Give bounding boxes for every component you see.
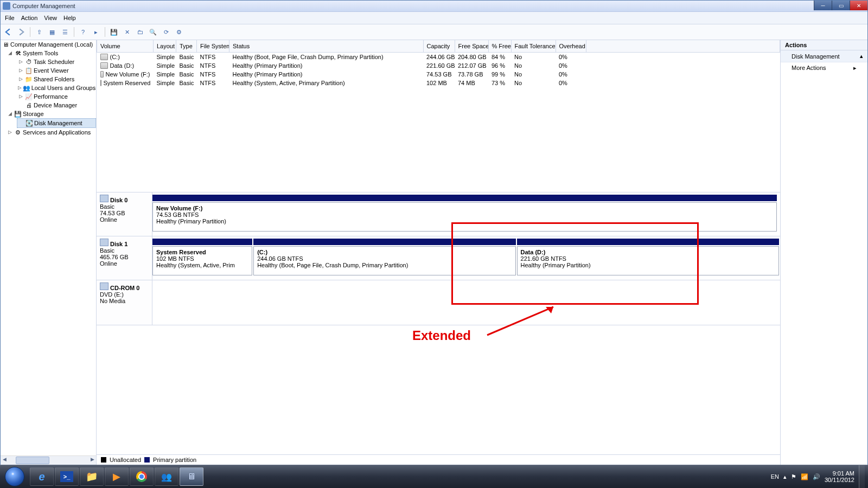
views-icon[interactable]: 🔍 bbox=[148, 27, 158, 37]
tree-storage[interactable]: ◢💾Storage bbox=[6, 110, 96, 118]
tree-hscrollbar[interactable]: ◀ ▶ bbox=[1, 455, 96, 465]
actions-more[interactable]: More Actions▸ bbox=[781, 62, 867, 74]
task-powershell[interactable]: >_ bbox=[55, 467, 79, 486]
expand-icon[interactable]: ▷ bbox=[18, 75, 24, 84]
actions-pane: Actions Disk Management▴ More Actions▸ bbox=[780, 40, 867, 465]
col-fault[interactable]: Fault Tolerance bbox=[511, 40, 556, 53]
show-desktop-button[interactable] bbox=[859, 465, 865, 488]
tree-event-viewer[interactable]: ▷📋Event Viewer bbox=[17, 66, 96, 75]
col-capacity[interactable]: Capacity bbox=[423, 40, 455, 53]
task-ie[interactable]: e bbox=[30, 467, 54, 486]
disk-row[interactable]: Disk 1Basic465.76 GBOnlineSystem Reserve… bbox=[97, 236, 780, 280]
drive-icon bbox=[100, 80, 101, 86]
start-button[interactable] bbox=[0, 465, 29, 488]
volume-list[interactable]: Volume Layout Type File System Status Ca… bbox=[97, 40, 780, 192]
tree-local-users[interactable]: ▷👥Local Users and Groups bbox=[17, 84, 96, 92]
tools-icon: 🛠 bbox=[14, 49, 22, 57]
disk-header[interactable]: Disk 0Basic74.53 GBOnline bbox=[97, 192, 152, 236]
minimize-button[interactable]: ─ bbox=[814, 1, 832, 10]
toolbar-sep bbox=[74, 27, 74, 37]
system-tray[interactable]: EN ▴ ⚑ 📶 🔊 9:01 AM 30/11/2012 bbox=[771, 465, 868, 488]
tree-root[interactable]: 🖥Computer Management (Local) bbox=[1, 40, 96, 49]
col-volume[interactable]: Volume bbox=[97, 40, 154, 53]
tree-services-apps[interactable]: ▷⚙Services and Applications bbox=[6, 128, 96, 137]
scroll-left-icon[interactable]: ◀ bbox=[1, 457, 8, 464]
scroll-right-icon[interactable]: ▶ bbox=[88, 457, 96, 464]
expand-icon[interactable]: ▷ bbox=[18, 92, 24, 101]
close-button[interactable]: ✕ bbox=[850, 1, 867, 10]
tree-device-manager[interactable]: 🖨Device Manager bbox=[17, 101, 96, 110]
disk-row[interactable]: Disk 0Basic74.53 GBOnlineNew Volume (F:)… bbox=[97, 192, 780, 236]
maximize-button[interactable]: ▭ bbox=[832, 1, 850, 10]
disk-header[interactable]: Disk 1Basic465.76 GBOnline bbox=[97, 236, 152, 280]
tree-performance[interactable]: ▷📈Performance bbox=[17, 92, 96, 101]
tray-network-icon[interactable]: 📶 bbox=[801, 473, 808, 480]
task-chrome[interactable] bbox=[130, 467, 154, 486]
expand-icon[interactable]: ▷ bbox=[18, 84, 22, 92]
tray-clock[interactable]: 9:01 AM 30/11/2012 bbox=[825, 470, 854, 483]
col-layout[interactable]: Layout bbox=[154, 40, 176, 53]
tray-overflow-icon[interactable]: ▴ bbox=[783, 473, 787, 480]
volume-row[interactable]: Data (D:)SimpleBasicNTFSHealthy (Primary… bbox=[97, 61, 780, 70]
collapse-icon[interactable]: ◢ bbox=[7, 49, 13, 57]
tree-shared-folders[interactable]: ▷📁Shared Folders bbox=[17, 75, 96, 84]
taskbar[interactable]: e >_ 📁 ▶ 👥 🖥 EN ▴ ⚑ 📶 🔊 9:01 AM 30/11/20… bbox=[0, 465, 868, 488]
partition[interactable]: New Volume (F:)74.53 GB NTFSHealthy (Pri… bbox=[152, 202, 777, 232]
help-icon[interactable]: ▸ bbox=[91, 27, 101, 37]
show-hide-tree-icon[interactable]: ▦ bbox=[47, 27, 58, 37]
folder-icon: 📁 bbox=[86, 471, 98, 483]
col-filesystem[interactable]: File System bbox=[197, 40, 229, 53]
up-level-icon[interactable]: ⇧ bbox=[34, 27, 44, 37]
windows-orb-icon bbox=[5, 467, 24, 486]
console-tree[interactable]: 🖥Computer Management (Local) ◢🛠System To… bbox=[1, 40, 97, 465]
expand-icon[interactable]: ▷ bbox=[18, 66, 24, 75]
expand-icon[interactable]: ▷ bbox=[18, 57, 24, 66]
volume-row[interactable]: (C:)SimpleBasicNTFSHealthy (Boot, Page F… bbox=[97, 53, 780, 62]
menu-help[interactable]: Help bbox=[63, 15, 76, 21]
col-type[interactable]: Type bbox=[176, 40, 197, 53]
expand-icon[interactable]: ▷ bbox=[7, 128, 13, 137]
collapse-icon[interactable]: ◢ bbox=[7, 110, 13, 118]
col-status[interactable]: Status bbox=[229, 40, 424, 53]
partition[interactable]: System Reserved102 MB NTFSHealthy (Syste… bbox=[152, 246, 252, 275]
disk-map[interactable]: Disk 0Basic74.53 GBOnlineNew Volume (F:)… bbox=[97, 192, 780, 454]
refresh-icon[interactable]: ⟳ bbox=[161, 27, 171, 37]
menu-file[interactable]: File bbox=[5, 15, 15, 21]
cut-icon[interactable]: ✕ bbox=[122, 27, 132, 37]
details-view-icon[interactable]: ☰ bbox=[60, 27, 71, 37]
tree-system-tools[interactable]: ◢🛠System Tools bbox=[6, 49, 96, 57]
task-media-player[interactable]: ▶ bbox=[105, 467, 129, 486]
forward-icon[interactable] bbox=[16, 27, 27, 37]
title-bar[interactable]: Computer Management ─ ▭ ✕ bbox=[1, 1, 867, 12]
col-pctfree[interactable]: % Free bbox=[488, 40, 511, 53]
col-overhead[interactable]: Overhead bbox=[556, 40, 586, 53]
volume-row[interactable]: System ReservedSimpleBasicNTFSHealthy (S… bbox=[97, 79, 780, 87]
settings-icon[interactable]: ⚙ bbox=[174, 27, 184, 37]
menu-action[interactable]: Action bbox=[21, 15, 38, 21]
partition-area: System Reserved102 MB NTFSHealthy (Syste… bbox=[152, 236, 780, 280]
partition[interactable]: Data (D:)221.60 GB NTFSHealthy (Primary … bbox=[517, 246, 779, 275]
rdp-icon: 👥 bbox=[161, 472, 172, 482]
task-computer-management[interactable]: 🖥 bbox=[180, 467, 203, 486]
properties-icon[interactable]: ? bbox=[78, 27, 88, 37]
tree-task-scheduler[interactable]: ▷⏱Task Scheduler bbox=[17, 57, 96, 66]
volume-row[interactable]: New Volume (F:)SimpleBasicNTFSHealthy (P… bbox=[97, 70, 780, 79]
save-icon[interactable]: 💾 bbox=[108, 27, 119, 37]
tray-language[interactable]: EN bbox=[771, 473, 779, 480]
disk-header[interactable]: CD-ROM 0DVD (E:)No Media bbox=[97, 280, 152, 325]
tree-disk-management[interactable]: 💽Disk Management bbox=[17, 118, 96, 128]
partition[interactable]: (C:)244.06 GB NTFSHealthy (Boot, Page Fi… bbox=[253, 246, 515, 275]
task-explorer[interactable]: 📁 bbox=[80, 467, 104, 486]
powershell-icon: >_ bbox=[60, 471, 73, 482]
menu-view[interactable]: View bbox=[44, 15, 57, 21]
task-remote-desktop[interactable]: 👥 bbox=[155, 467, 178, 486]
clock-icon: ⏱ bbox=[25, 58, 33, 66]
actions-disk-management[interactable]: Disk Management▴ bbox=[781, 50, 867, 62]
scroll-thumb[interactable] bbox=[16, 457, 49, 464]
tray-flag-icon[interactable]: ⚑ bbox=[791, 473, 796, 480]
disk-row[interactable]: CD-ROM 0DVD (E:)No Media bbox=[97, 280, 780, 325]
back-icon[interactable] bbox=[3, 27, 14, 37]
col-freespace[interactable]: Free Space bbox=[455, 40, 488, 53]
tray-volume-icon[interactable]: 🔊 bbox=[813, 473, 820, 480]
delete-icon[interactable]: 🗀 bbox=[135, 27, 145, 37]
